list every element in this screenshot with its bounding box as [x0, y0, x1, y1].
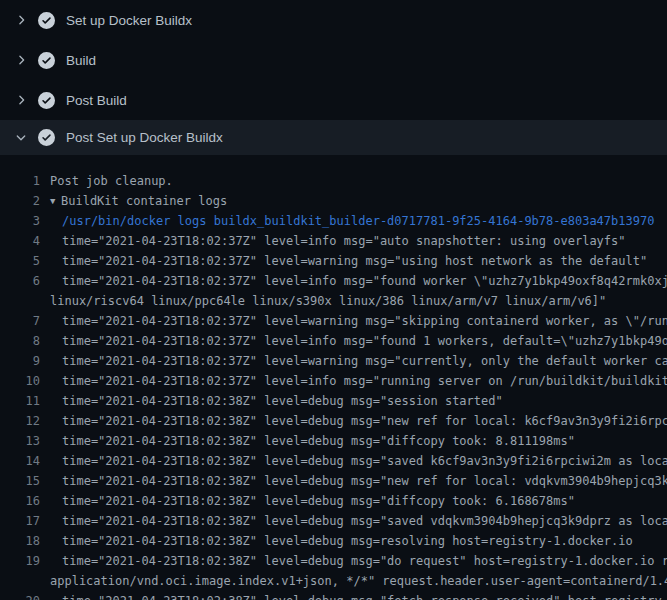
log-text: time="2021-04-23T18:02:38Z" level=debug …: [62, 491, 575, 511]
step-set-up-docker-buildx[interactable]: Set up Docker Buildx: [0, 0, 667, 40]
check-circle-icon: [38, 12, 55, 29]
log-text: application/vnd.oci.image.index.v1+json,…: [50, 571, 667, 591]
log-line: 1Post job cleanup.: [0, 171, 667, 191]
log-line: 11time="2021-04-23T18:02:38Z" level=debu…: [0, 391, 667, 411]
log-line-number[interactable]: 15: [0, 471, 40, 491]
log-line-number[interactable]: 9: [0, 351, 40, 371]
log-text: time="2021-04-23T18:02:37Z" level=warnin…: [62, 251, 647, 271]
log-line: 6time="2021-04-23T18:02:37Z" level=info …: [0, 271, 667, 291]
log-line-number[interactable]: 12: [0, 411, 40, 431]
log-line: 7time="2021-04-23T18:02:37Z" level=warni…: [0, 311, 667, 331]
log-line: 18time="2021-04-23T18:02:38Z" level=debu…: [0, 531, 667, 551]
log-group-toggle[interactable]: ▼BuildKit container logs: [50, 191, 227, 211]
log-text: Post job cleanup.: [50, 171, 173, 191]
log-text: time="2021-04-23T18:02:38Z" level=debug …: [62, 451, 667, 471]
log-text: time="2021-04-23T18:02:37Z" level=warnin…: [62, 311, 667, 331]
log-line-number: [0, 291, 40, 311]
check-circle-icon: [38, 129, 55, 146]
log-text: time="2021-04-23T18:02:38Z" level=debug …: [62, 511, 667, 531]
log-text: time="2021-04-23T18:02:38Z" level=debug …: [62, 471, 667, 491]
step-label: Post Set up Docker Buildx: [66, 130, 223, 145]
log-text: time="2021-04-23T18:02:38Z" level=debug …: [62, 591, 667, 600]
log-line-number[interactable]: 10: [0, 371, 40, 391]
log-line: 4time="2021-04-23T18:02:37Z" level=info …: [0, 231, 667, 251]
chevron-right-icon[interactable]: [13, 12, 29, 28]
log-line: 15time="2021-04-23T18:02:38Z" level=debu…: [0, 471, 667, 491]
log-line: 8time="2021-04-23T18:02:37Z" level=info …: [0, 331, 667, 351]
chevron-right-icon[interactable]: [13, 92, 29, 108]
log-text: time="2021-04-23T18:02:38Z" level=debug …: [62, 431, 575, 451]
log-line: 2▼BuildKit container logs: [0, 191, 667, 211]
log-line: 17time="2021-04-23T18:02:38Z" level=debu…: [0, 511, 667, 531]
log-line: 5time="2021-04-23T18:02:37Z" level=warni…: [0, 251, 667, 271]
log-text: time="2021-04-23T18:02:37Z" level=info m…: [62, 271, 667, 291]
log-line-number[interactable]: 16: [0, 491, 40, 511]
chevron-down-icon[interactable]: [13, 130, 29, 146]
step-label: Post Build: [66, 93, 127, 108]
log-command-text: /usr/bin/docker logs buildx_buildkit_bui…: [62, 211, 654, 231]
log-line: 12time="2021-04-23T18:02:38Z" level=debu…: [0, 411, 667, 431]
log-line-number[interactable]: 6: [0, 271, 40, 291]
log-line-number[interactable]: 14: [0, 451, 40, 471]
log-line-number[interactable]: 7: [0, 311, 40, 331]
log-text: time="2021-04-23T18:02:37Z" level=info m…: [62, 331, 667, 351]
step-label: Build: [66, 53, 96, 68]
log-text: linux/riscv64 linux/ppc64le linux/s390x …: [50, 291, 606, 311]
log-line-number: [0, 571, 40, 591]
log-text: time="2021-04-23T18:02:38Z" level=debug …: [62, 531, 633, 551]
log-line-number[interactable]: 11: [0, 391, 40, 411]
log-line: 14time="2021-04-23T18:02:38Z" level=debu…: [0, 451, 667, 471]
actions-log-panel: Set up Docker Buildx Build Post Build: [0, 0, 667, 600]
log-line: application/vnd.oci.image.index.v1+json,…: [0, 571, 667, 591]
check-circle-icon: [38, 92, 55, 109]
log-line-number[interactable]: 1: [0, 171, 40, 191]
log-line-number[interactable]: 3: [0, 211, 40, 231]
step-post-set-up-docker-buildx[interactable]: Post Set up Docker Buildx: [0, 120, 667, 155]
log-line-number[interactable]: 17: [0, 511, 40, 531]
log-text: time="2021-04-23T18:02:38Z" level=debug …: [62, 411, 667, 431]
log-line-number[interactable]: 13: [0, 431, 40, 451]
log-line: 20time="2021-04-23T18:02:38Z" level=debu…: [0, 591, 667, 600]
log-text: time="2021-04-23T18:02:37Z" level=warnin…: [62, 351, 667, 371]
triangle-down-icon: ▼: [50, 191, 61, 211]
step-label: Set up Docker Buildx: [66, 13, 192, 28]
log-line: 16time="2021-04-23T18:02:38Z" level=debu…: [0, 491, 667, 511]
log-text: time="2021-04-23T18:02:37Z" level=info m…: [62, 371, 667, 391]
log-line-number[interactable]: 8: [0, 331, 40, 351]
log-line-number[interactable]: 4: [0, 231, 40, 251]
log-line-number[interactable]: 20: [0, 591, 40, 600]
log-line: linux/riscv64 linux/ppc64le linux/s390x …: [0, 291, 667, 311]
log-line-number[interactable]: 18: [0, 531, 40, 551]
log-line-number[interactable]: 19: [0, 551, 40, 571]
log-line-number[interactable]: 2: [0, 191, 40, 211]
log-viewer: 1Post job cleanup.2▼BuildKit container l…: [0, 155, 667, 600]
log-text: time="2021-04-23T18:02:38Z" level=debug …: [62, 551, 667, 571]
log-line: 9time="2021-04-23T18:02:37Z" level=warni…: [0, 351, 667, 371]
step-list: Set up Docker Buildx Build Post Build: [0, 0, 667, 155]
log-text: time="2021-04-23T18:02:38Z" level=debug …: [62, 391, 503, 411]
log-line: 19time="2021-04-23T18:02:38Z" level=debu…: [0, 551, 667, 571]
step-build[interactable]: Build: [0, 40, 667, 80]
log-text: time="2021-04-23T18:02:37Z" level=info m…: [62, 231, 626, 251]
log-line-number[interactable]: 5: [0, 251, 40, 271]
chevron-right-icon[interactable]: [13, 52, 29, 68]
log-rows: 1Post job cleanup.2▼BuildKit container l…: [0, 171, 667, 600]
step-post-build[interactable]: Post Build: [0, 80, 667, 120]
log-line: 3/usr/bin/docker logs buildx_buildkit_bu…: [0, 211, 667, 231]
log-line: 10time="2021-04-23T18:02:37Z" level=info…: [0, 371, 667, 391]
check-circle-icon: [38, 52, 55, 69]
log-line: 13time="2021-04-23T18:02:38Z" level=debu…: [0, 431, 667, 451]
